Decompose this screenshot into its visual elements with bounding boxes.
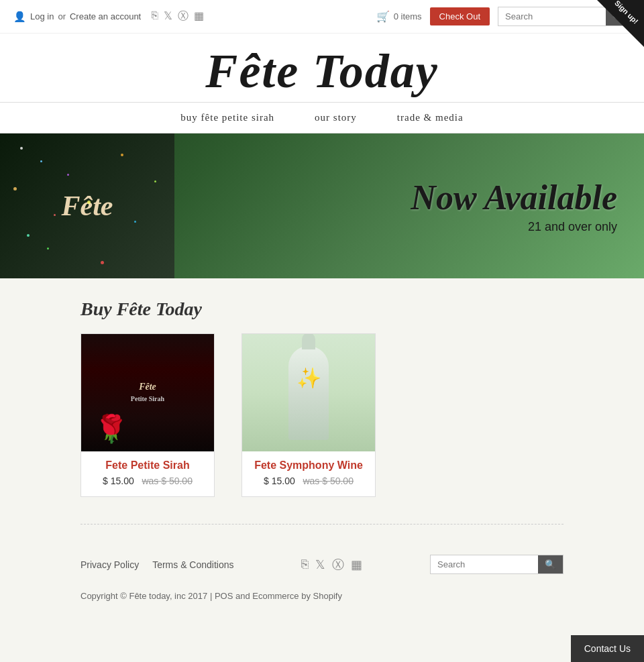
banner-left: Fête <box>0 133 174 278</box>
footer-links: Privacy Policy Terms & Conditions <box>80 559 234 570</box>
firework-icon: ✨ <box>297 366 321 390</box>
footer-facebook-icon[interactable]: ⎘ <box>301 557 309 571</box>
banner-dots <box>0 133 174 278</box>
footer-social-icons: ⎘ 𝕏 Ⓧ ▦ <box>301 557 362 573</box>
banner-right: Now Available 21 and over only <box>174 178 644 234</box>
products-title: Buy Fête Today <box>80 298 564 320</box>
footer-search-bar: 🔍 <box>430 555 564 574</box>
wine-bottle: ✨ <box>288 346 329 440</box>
login-link[interactable]: Log in <box>30 11 54 21</box>
nav-trade-media[interactable]: trade & media <box>397 112 464 123</box>
cart-count: 0 items <box>394 11 422 21</box>
products-section: Buy Fête Today SALE 🌹 FêtePetite Sirah F… <box>0 278 644 517</box>
navigation: buy fête petite sirah our story trade & … <box>0 102 644 133</box>
hero-age-notice: 21 and over only <box>528 220 617 234</box>
nav-our-story[interactable]: our story <box>315 112 357 123</box>
create-account-link[interactable]: Create an account <box>70 11 141 21</box>
nav-buy[interactable]: buy fête petite sirah <box>180 112 274 123</box>
terms-conditions-link[interactable]: Terms & Conditions <box>152 559 233 570</box>
wine-image-bg: ✨ <box>242 334 375 451</box>
product-was-price-wine: was $ 50.00 <box>303 476 354 486</box>
header: Fête Today <box>0 34 644 102</box>
sirah-bottle-text: FêtePetite Sirah <box>131 382 164 404</box>
hero-now-available: Now Available <box>411 178 617 217</box>
footer-top: Privacy Policy Terms & Conditions ⎘ 𝕏 Ⓧ … <box>80 545 564 584</box>
product-name-wine: Fete Symphony Wine <box>242 459 375 472</box>
facebook-icon[interactable]: ⎘ <box>152 9 158 23</box>
product-name-sirah: Fete Petite Sirah <box>81 459 214 472</box>
twitter-icon[interactable]: 𝕏 <box>164 9 172 23</box>
footer-search-button[interactable]: 🔍 <box>538 555 563 573</box>
checkout-button[interactable]: Check Out <box>430 7 490 25</box>
product-was-price-sirah: was $ 50.00 <box>142 476 193 486</box>
footer: Privacy Policy Terms & Conditions ⎘ 𝕏 Ⓧ … <box>0 531 644 614</box>
rose-icon: 🌹 <box>95 413 128 445</box>
top-bar-right: 🛒 0 items Check Out 🔍 <box>376 7 631 26</box>
cart-area: 🛒 0 items <box>376 10 422 23</box>
footer-instagram-icon[interactable]: ▦ <box>351 557 362 572</box>
product-current-price-wine: $ 15.00 <box>264 476 295 486</box>
footer-twitter-icon[interactable]: 𝕏 <box>315 557 325 572</box>
product-price-wine: $ 15.00 was $ 50.00 <box>242 476 375 486</box>
or-text: or <box>58 11 66 21</box>
logo: Fête Today <box>0 47 644 95</box>
privacy-policy-link[interactable]: Privacy Policy <box>80 559 139 570</box>
product-image-wine: ✨ <box>242 334 375 451</box>
product-card-wine[interactable]: SALE ✨ Fete Symphony Wine $ 15.00 was $ … <box>241 333 376 497</box>
pinterest-icon[interactable]: Ⓧ <box>178 9 189 23</box>
footer-copyright: Copyright © Fête today, inc 2017 | POS a… <box>80 584 564 614</box>
hero-banner: Fête Now Available 21 and over only <box>0 133 644 278</box>
top-social-icons: ⎘ 𝕏 Ⓧ ▦ <box>152 9 204 23</box>
instagram-icon[interactable]: ▦ <box>194 9 204 23</box>
contact-us-button[interactable]: Contact Us <box>571 635 644 662</box>
product-price-sirah: $ 15.00 was $ 50.00 <box>81 476 214 486</box>
products-grid: SALE 🌹 FêtePetite Sirah Fete Petite Sira… <box>80 333 564 497</box>
top-bar-left: 👤 Log in or Create an account ⎘ 𝕏 Ⓧ ▦ <box>13 9 204 23</box>
cart-icon: 🛒 <box>376 10 390 23</box>
top-bar: 👤 Log in or Create an account ⎘ 𝕏 Ⓧ ▦ 🛒 … <box>0 0 644 34</box>
footer-search-input[interactable] <box>431 555 538 573</box>
product-card-sirah[interactable]: SALE 🌹 FêtePetite Sirah Fete Petite Sira… <box>80 333 215 497</box>
product-current-price-sirah: $ 15.00 <box>103 476 134 486</box>
product-image-sirah: 🌹 FêtePetite Sirah <box>81 334 214 451</box>
footer-pinterest-icon[interactable]: Ⓧ <box>332 557 344 573</box>
user-icon: 👤 <box>13 11 26 23</box>
top-search-input[interactable] <box>498 7 606 25</box>
sirah-image-bg: 🌹 FêtePetite Sirah <box>81 334 214 451</box>
divider <box>80 524 564 525</box>
